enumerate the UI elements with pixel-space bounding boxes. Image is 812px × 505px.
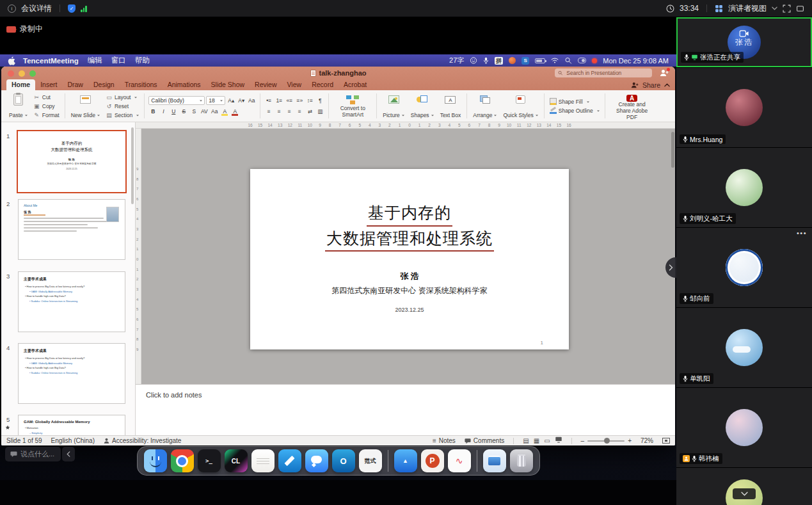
menu-窗口[interactable]: 窗口 (111, 56, 126, 64)
normal-view-button[interactable]: ▤ (523, 437, 529, 445)
participant-more-button[interactable]: ••• (797, 229, 807, 237)
grow-font-button[interactable]: A▴ (227, 97, 235, 105)
tab-review[interactable]: Review (250, 79, 282, 90)
paste-button[interactable]: Paste (7, 92, 29, 120)
reset-button[interactable]: ↺Reset (104, 102, 140, 110)
accessibility-status[interactable]: Accessibility: Investigate (104, 437, 181, 444)
meeting-status-icon[interactable] (509, 57, 516, 64)
coauthor-icon[interactable] (660, 69, 669, 77)
dock-messages-icon[interactable] (305, 449, 328, 472)
notes-toggle[interactable]: ≡Notes (433, 437, 456, 444)
italic-button[interactable]: I (159, 108, 168, 116)
slide-title[interactable]: 基于内存的 大数据管理和处理系统 (250, 201, 569, 252)
layout-button[interactable]: ▭Layout (104, 93, 140, 101)
underline-button[interactable]: U (169, 108, 178, 116)
strikethrough-button[interactable]: S (179, 108, 188, 116)
menu-app-name[interactable]: TencentMeeting (23, 57, 79, 65)
zoom-in-button[interactable]: + (628, 437, 632, 444)
quick-styles-button[interactable]: Quick Styles (501, 92, 539, 120)
font-size-select[interactable]: 18 (206, 96, 225, 105)
participant-tile-Mrs.Huang[interactable]: Mrs.Huang (676, 68, 812, 147)
reading-view-button[interactable]: ▭ (544, 437, 550, 445)
wifi-icon[interactable] (551, 57, 559, 64)
presentation-search[interactable] (555, 68, 652, 77)
font-color-button[interactable]: A (230, 108, 239, 116)
text-shadow-button[interactable]: S (189, 108, 198, 116)
dock-vscode-icon[interactable] (278, 449, 301, 472)
slide-thumbnail-3[interactable]: 主要学术成果• How to process Big Data at low l… (18, 271, 125, 332)
chat-input[interactable]: 说点什么... (5, 447, 61, 461)
comments-toggle[interactable]: Comments (465, 437, 504, 444)
fit-slide-button[interactable] (662, 438, 670, 444)
fullscreen-icon[interactable] (783, 4, 791, 13)
bold-button[interactable]: B (148, 108, 157, 116)
menubar-mic-icon[interactable] (483, 57, 489, 64)
change-case-button[interactable]: Aa (210, 108, 219, 116)
collapse-ribbon-icon[interactable] (664, 83, 670, 87)
dock-clion-icon[interactable]: CL (225, 449, 248, 472)
justify-button[interactable]: ≡ (295, 108, 304, 116)
adobe-pdf-button[interactable]: A Create and Share Adobe PDF (609, 92, 655, 120)
view-mode-button[interactable]: 演讲者视图 (728, 3, 767, 14)
control-center-icon[interactable] (578, 58, 586, 63)
slide-thumbnail-2[interactable]: About Me张 浩 (18, 199, 125, 260)
tab-design[interactable]: Design (88, 79, 120, 90)
dock-powerpoint-icon[interactable]: P (421, 449, 444, 472)
tab-animations[interactable]: Animations (163, 79, 206, 90)
language-status[interactable]: English (China) (51, 437, 95, 444)
slide-canvas[interactable]: 基于内存的 大数据管理和处理系统 张 浩 第四范式东南亚研发中心 资深系统架构科… (250, 169, 569, 349)
slideshow-button[interactable] (555, 437, 562, 443)
tab-slide-show[interactable]: Slide Show (206, 79, 250, 90)
shape-fill-button[interactable]: Shape Fill (548, 97, 601, 106)
notes-area[interactable]: Click to add notes (136, 384, 675, 435)
shield-check-icon[interactable] (68, 4, 76, 13)
zoom-out-button[interactable]: – (581, 437, 585, 444)
dock-finder-icon[interactable] (144, 449, 167, 472)
new-slide-button[interactable]: New Slide (69, 92, 102, 120)
highlight-color-button[interactable]: A (220, 108, 229, 116)
zoom-level[interactable]: 72% (641, 437, 653, 444)
spotlight-icon[interactable] (564, 57, 572, 64)
decrease-indent-button[interactable]: «≡ (285, 97, 294, 105)
section-button[interactable]: ▤Section (104, 111, 140, 119)
participant-tile-单凯阳[interactable]: 单凯阳 (676, 308, 812, 387)
dock-terminal-icon[interactable]: >_ (198, 449, 221, 472)
scroll-participants-button[interactable] (733, 488, 756, 499)
slide-thumbnail-4[interactable]: 主要学术成果• How to process Big Data at low l… (18, 343, 125, 404)
chevron-down-icon[interactable] (772, 6, 777, 10)
menu-帮助[interactable]: 帮助 (135, 56, 150, 64)
convert-smartart-button[interactable]: Convert to SmartArt (333, 92, 372, 120)
ime-badge[interactable]: 拼 (495, 57, 503, 65)
dock-trash-icon[interactable] (510, 449, 533, 472)
dock-blue-app-icon[interactable]: ▲ (394, 449, 417, 472)
window-controls[interactable] (8, 70, 36, 77)
screen-app-icon[interactable]: S (521, 57, 529, 65)
paragraph-marks-button[interactable]: ¶ (315, 97, 324, 105)
bullets-button[interactable]: •≡ (264, 97, 273, 105)
chat-collapse-button[interactable] (62, 447, 75, 461)
text-direction-button[interactable]: ⇄ (305, 108, 314, 116)
clear-formatting-button[interactable]: Aa (247, 97, 256, 105)
slide-thumbnail-5[interactable]: GAM: Globally Addressable Memory• Motiva… (18, 415, 125, 435)
line-spacing-button[interactable]: ↕≡ (305, 97, 314, 105)
align-right-button[interactable]: ≡ (285, 108, 294, 116)
picture-button[interactable]: Picture (381, 92, 406, 120)
share-button[interactable]: Share (642, 81, 660, 89)
slide-scrollbar[interactable] (671, 131, 674, 382)
apple-menu[interactable] (8, 56, 15, 65)
align-center-button[interactable]: ≡ (275, 108, 283, 116)
increase-indent-button[interactable]: ≡» (295, 97, 304, 105)
emoji-icon[interactable] (470, 57, 477, 64)
tab-transitions[interactable]: Transitions (120, 79, 163, 90)
numbering-button[interactable]: 1≡ (275, 97, 283, 105)
search-input[interactable] (565, 69, 649, 77)
copy-button[interactable]: ▣Copy (32, 102, 61, 110)
shape-outline-button[interactable]: Shape Outline (548, 106, 601, 115)
menu-编辑[interactable]: 编辑 (88, 56, 102, 64)
tab-home[interactable]: Home (6, 79, 35, 90)
participant-tile-韩祎楠[interactable]: 韩祎楠 (676, 388, 812, 467)
slide-date[interactable]: 2023.12.25 (250, 307, 569, 313)
participant-tile-刘明义-哈工大[interactable]: 刘明义-哈工大 (676, 148, 812, 227)
tab-view[interactable]: View (282, 79, 307, 90)
text-box-button[interactable]: A Text Box (438, 92, 463, 120)
